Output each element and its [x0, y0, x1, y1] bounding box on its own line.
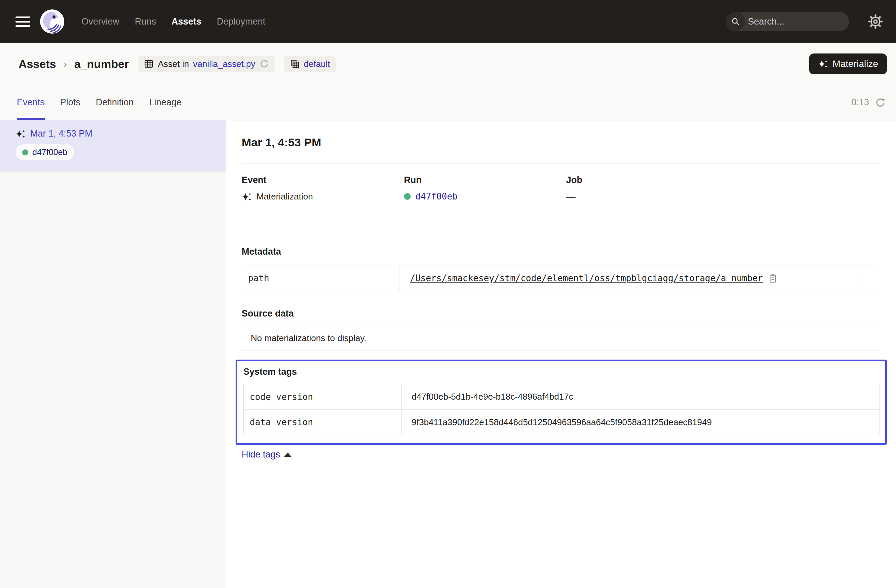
run-id-link[interactable]: d47f00eb — [415, 191, 457, 202]
system-tag-key: data_version — [244, 410, 402, 435]
event-type-value: Materialization — [256, 191, 313, 202]
event-column-label: Event — [242, 175, 404, 185]
tab-plots[interactable]: Plots — [60, 85, 81, 120]
job-empty-value: — — [566, 191, 576, 202]
table-row: data_version 9f3b411a390fd22e158d446d5d1… — [244, 409, 879, 435]
job-column-label: Job — [566, 175, 728, 185]
event-summary-columns: Event Materialization Run d47f00eb Job — — [242, 175, 879, 202]
refresh-icon[interactable] — [875, 97, 886, 108]
materialization-sparkle-icon — [242, 192, 252, 202]
asset-header-row: Assets › a_number Asset in vanilla_asset… — [0, 43, 896, 85]
table-row: code_version d47f00eb-5d1b-4e9e-b18c-489… — [244, 384, 879, 409]
materialization-sparkle-icon — [15, 129, 26, 139]
nav-links: Overview Runs Assets Deployment — [81, 17, 265, 27]
event-detail-panel: Mar 1, 4:53 PM Event Materialization Run… — [226, 120, 896, 588]
tab-definition[interactable]: Definition — [96, 85, 134, 120]
divider — [242, 163, 879, 164]
nav-link-overview[interactable]: Overview — [81, 17, 119, 27]
system-tag-key: code_version — [244, 384, 402, 409]
event-detail-title: Mar 1, 4:53 PM — [242, 136, 879, 149]
asset-location-link[interactable]: vanilla_asset.py — [193, 59, 256, 69]
top-nav: Overview Runs Assets Deployment / — [0, 0, 896, 43]
system-tag-value: 9f3b411a390fd22e158d446d5d12504963596aa6… — [411, 417, 712, 427]
events-sidebar: Mar 1, 4:53 PM d47f00eb — [0, 120, 226, 588]
job-column: Job — — [566, 175, 728, 202]
metadata-key: path — [242, 265, 400, 291]
event-run-id: d47f00eb — [32, 147, 67, 157]
settings-gear-icon[interactable] — [868, 14, 883, 29]
breadcrumb-separator: › — [64, 58, 67, 70]
source-data-empty-box: No materializations to display. — [242, 326, 879, 351]
system-tags-section: System tags code_version d47f00eb-5d1b-4… — [236, 360, 887, 445]
metadata-heading: Metadata — [242, 246, 879, 257]
nav-link-deployment[interactable]: Deployment — [217, 17, 265, 27]
breadcrumb-assets[interactable]: Assets — [18, 58, 56, 71]
caret-up-icon — [284, 453, 291, 457]
repo-link[interactable]: default — [304, 59, 330, 69]
breadcrumb: Assets › a_number — [18, 58, 129, 71]
run-status-dot — [22, 149, 28, 155]
tab-events[interactable]: Events — [17, 85, 45, 120]
content-area: Mar 1, 4:53 PM d47f00eb Mar 1, 4:53 PM E… — [0, 120, 896, 588]
run-column-label: Run — [404, 175, 566, 185]
hide-tags-link[interactable]: Hide tags — [242, 450, 291, 460]
search-icon — [726, 12, 745, 31]
hide-tags-label: Hide tags — [242, 450, 280, 460]
page-title: a_number — [75, 58, 129, 71]
asset-tabs: Events Plots Definition Lineage 0:13 — [0, 85, 896, 120]
event-list-item-selected[interactable]: Mar 1, 4:53 PM d47f00eb — [0, 120, 226, 172]
tab-lineage[interactable]: Lineage — [149, 85, 181, 120]
event-timestamp-link[interactable]: Mar 1, 4:53 PM — [30, 129, 93, 139]
refresh-countdown: 0:13 — [851, 97, 869, 108]
event-column: Event Materialization — [242, 175, 404, 202]
dagster-logo[interactable] — [40, 9, 65, 34]
table-row: path /Users/smackesey/stm/code/elementl/… — [242, 265, 879, 291]
system-tag-value: d47f00eb-5d1b-4e9e-b18c-4896af4bd17c — [411, 392, 573, 402]
event-run-tag[interactable]: d47f00eb — [15, 144, 74, 160]
repo-badge[interactable]: default — [284, 56, 336, 72]
search-box[interactable]: / — [726, 12, 849, 31]
nav-link-runs[interactable]: Runs — [135, 17, 156, 27]
search-input[interactable] — [745, 17, 849, 27]
system-tags-heading: System tags — [243, 367, 879, 377]
copy-icon[interactable] — [768, 273, 778, 283]
run-column: Run d47f00eb — [404, 175, 566, 202]
reload-location-icon[interactable] — [259, 59, 269, 68]
run-status-dot — [404, 193, 411, 200]
materialize-button-label: Materialize — [833, 59, 878, 69]
asset-location-prefix: Asset in — [158, 59, 189, 69]
metadata-path-link[interactable]: /Users/smackesey/stm/code/elementl/oss/t… — [410, 273, 763, 283]
metadata-action-cell — [859, 265, 879, 291]
source-data-heading: Source data — [242, 308, 879, 319]
system-tags-table: code_version d47f00eb-5d1b-4e9e-b18c-489… — [243, 384, 879, 435]
menu-icon[interactable] — [15, 17, 30, 27]
metadata-table: path /Users/smackesey/stm/code/elementl/… — [242, 265, 879, 291]
materialize-button[interactable]: Materialize — [809, 53, 887, 74]
source-data-empty-message: No materializations to display. — [251, 333, 366, 343]
asset-location-badge[interactable]: Asset in vanilla_asset.py — [138, 56, 275, 72]
nav-link-assets[interactable]: Assets — [172, 17, 202, 27]
